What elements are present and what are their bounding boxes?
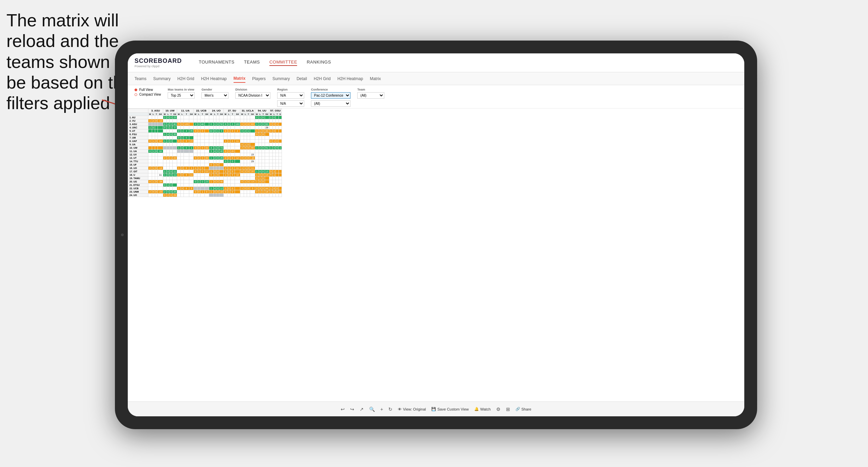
table-row: 4. UNC 10 0110 29 bbox=[128, 126, 282, 129]
row-label-uf: 15. UF bbox=[128, 163, 148, 167]
subnav-matrix[interactable]: Matrix bbox=[234, 75, 245, 83]
sub-w-asu: W bbox=[148, 113, 152, 116]
undo-icon[interactable]: ↩ bbox=[341, 407, 345, 412]
sub-w-osu: W bbox=[269, 113, 273, 116]
row-label-ut: 5. UT bbox=[128, 129, 148, 133]
zoom-out-icon[interactable]: 🔍 bbox=[369, 407, 375, 412]
row-label-uv: 12. UV bbox=[128, 153, 148, 156]
table-row: 7. UM 010 bbox=[128, 136, 282, 140]
col-header-osu: 57. OSU bbox=[269, 109, 282, 113]
sub-dif-uo: Dif bbox=[219, 113, 224, 116]
row-label-uo2: 24. UO bbox=[128, 194, 148, 197]
compact-view-radio[interactable]: Compact View bbox=[135, 93, 161, 96]
division-select[interactable]: NCAA Division I NCAA Division II bbox=[235, 92, 270, 99]
view-original-btn[interactable]: 👁 View: Original bbox=[398, 407, 426, 411]
full-view-radio[interactable]: Full View bbox=[135, 88, 161, 92]
nav-bar: SCOREBOARD Powered by clippd TOURNAMENTS… bbox=[128, 53, 744, 72]
sub-t-ua: T bbox=[184, 113, 189, 116]
conference-select2[interactable]: (All) bbox=[311, 100, 351, 107]
row-label-uaf: 8. UAF bbox=[128, 140, 148, 143]
zoom-in-icon[interactable]: + bbox=[380, 407, 383, 412]
gender-filter: Gender Men's Women's bbox=[201, 88, 228, 99]
radio-full-view-icon bbox=[135, 89, 137, 91]
refresh-icon[interactable]: ↻ bbox=[388, 407, 392, 412]
sub-t-ucb: T bbox=[200, 113, 204, 116]
sub-l-uu: L bbox=[259, 113, 262, 116]
subnav-h2hgrid2[interactable]: H2H Grid bbox=[314, 75, 331, 82]
redo-icon[interactable]: ↪ bbox=[350, 407, 354, 412]
sub-nav: Teams Summary H2H Grid H2H Heatmap Matri… bbox=[128, 72, 744, 85]
subnav-h2hgrid[interactable]: H2H Grid bbox=[177, 75, 194, 82]
table-row: 14. TTU 010 29 bbox=[128, 160, 282, 163]
row-label-tamu: 19. TAMU bbox=[128, 177, 148, 180]
nav-teams[interactable]: TEAMS bbox=[244, 59, 260, 66]
sub-w-ucla: W bbox=[240, 113, 244, 116]
row-label-um: 7. UM bbox=[128, 136, 148, 140]
row-label-unc: 4. UNC bbox=[128, 126, 148, 129]
matrix-area[interactable]: 3. ASU 10. UW 11. UA 22. UCB 24. UO 27. … bbox=[128, 108, 744, 401]
watch-btn[interactable]: 🔔 Watch bbox=[474, 407, 491, 411]
sub-l-ucb: L bbox=[197, 113, 200, 116]
max-teams-select[interactable]: Top 25 Top 10 All bbox=[168, 92, 195, 99]
subnav-h2hheatmap[interactable]: H2H Heatmap bbox=[201, 75, 227, 82]
subnav-teams[interactable]: Teams bbox=[135, 75, 146, 82]
row-label-u: 18. U bbox=[128, 173, 148, 177]
sub-l-ua: L bbox=[180, 113, 184, 116]
region-filter: Region N/A West East N/A bbox=[277, 88, 304, 107]
gender-select[interactable]: Men's Women's bbox=[201, 92, 228, 99]
table-row: 2. VU 120-12 bbox=[128, 119, 282, 123]
share-btn[interactable]: 🔗 Share bbox=[515, 407, 531, 411]
col-header-uo: 24. UO bbox=[209, 109, 224, 113]
subnav-matrix2[interactable]: Matrix bbox=[370, 75, 381, 82]
save-custom-view-btn[interactable]: 💾 Save Custom View bbox=[431, 407, 469, 411]
table-row: 1. AU 20025 010 10 bbox=[128, 116, 282, 119]
subnav-detail[interactable]: Detail bbox=[296, 75, 307, 82]
conference-select[interactable]: Pac-12 Conference (All) bbox=[311, 92, 351, 99]
sub-t-asu: T bbox=[155, 113, 158, 116]
sub-w-su: W bbox=[224, 113, 227, 116]
compact-view-label: Compact View bbox=[139, 93, 161, 96]
conference-filter: Conference Pac-12 Conference (All) (All) bbox=[311, 88, 351, 107]
grid-icon[interactable]: ⊞ bbox=[506, 407, 510, 412]
more-options-icon[interactable]: ⚙ bbox=[496, 407, 501, 412]
row-label-ut2: 13. UT bbox=[128, 156, 148, 160]
team-select[interactable]: (All) bbox=[357, 92, 384, 99]
table-row: 23. UNM 200-23 20025 0010 10010 010 0111… bbox=[128, 190, 282, 194]
sub-t-uu: T bbox=[262, 113, 265, 116]
table-row: 21. ETSU 010 bbox=[128, 183, 282, 187]
region-select[interactable]: N/A West East bbox=[277, 92, 304, 99]
gender-label: Gender bbox=[201, 88, 228, 91]
row-label-au: 1. AU bbox=[128, 116, 148, 119]
table-row: 15. UF 010 bbox=[128, 163, 282, 167]
sub-l-uo: L bbox=[213, 113, 216, 116]
table-row: 5. UT 01435 010 22010 1102 021 11040 10 bbox=[128, 129, 282, 133]
share-icon2[interactable]: ↗ bbox=[360, 407, 364, 412]
sub-l-ucla: L bbox=[244, 113, 247, 116]
row-label-ug: 20. UG bbox=[128, 180, 148, 183]
subnav-players[interactable]: Players bbox=[252, 75, 266, 82]
table-row: 18. U 11 10011 10011 010 10010 10013 51 bbox=[128, 173, 282, 177]
subnav-h2hheatmap2[interactable]: H2H Heatmap bbox=[337, 75, 363, 82]
nav-committee[interactable]: COMMITTEE bbox=[269, 59, 297, 66]
row-label-asu: 3. ASU bbox=[128, 123, 148, 126]
sub-dif-uw: Dif bbox=[173, 113, 177, 116]
nav-rankings[interactable]: RANKINGS bbox=[307, 59, 331, 66]
division-filter: Division NCAA Division I NCAA Division I… bbox=[235, 88, 270, 99]
table-row: 10. UW 1301 30032 41073 25066 12051 1451 bbox=[128, 146, 282, 150]
col-header-asu: 3. ASU bbox=[148, 109, 163, 113]
subnav-summary[interactable]: Summary bbox=[153, 75, 170, 82]
region-select2[interactable]: N/A bbox=[277, 100, 304, 107]
col-header-uu: 54. UU bbox=[255, 109, 269, 113]
subnav-summary2[interactable]: Summary bbox=[272, 75, 290, 82]
table-row: 9. UA 010 bbox=[128, 143, 282, 146]
filters-row: Full View Compact View Max teams in view… bbox=[128, 85, 744, 108]
sub-dif-ucb: Dif bbox=[204, 113, 209, 116]
sub-l-asu: L bbox=[152, 113, 155, 116]
table-row: 16. UO 210-14 1201 110 21011 11011 bbox=[128, 167, 282, 170]
nav-tournaments[interactable]: TOURNAMENTS bbox=[199, 59, 235, 66]
col-header-uw: 10. UW bbox=[163, 109, 177, 113]
team-filter: Team (All) bbox=[357, 88, 384, 99]
row-label-ua: 9. UA bbox=[128, 143, 148, 146]
bottom-toolbar: ↩ ↪ ↗ 🔍 + ↻ 👁 View: Original 💾 Save Cust… bbox=[128, 401, 744, 416]
division-label: Division bbox=[235, 88, 270, 91]
